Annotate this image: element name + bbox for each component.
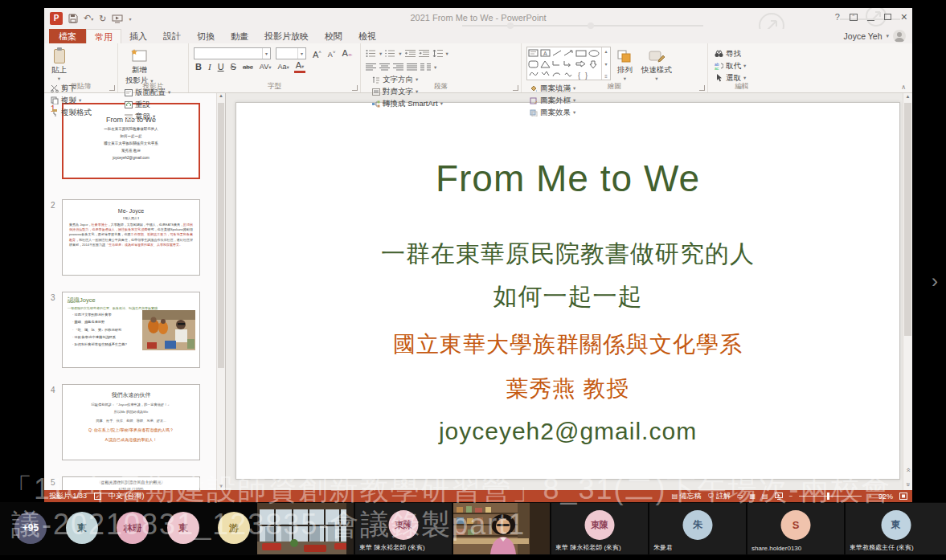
zoom-out-button[interactable]: − bbox=[789, 493, 793, 500]
slide-thumbnail-5[interactable]: 〈從觀光原住民到原住民自主的觀光〉 紀駿傑 (1998) bbox=[62, 476, 200, 490]
align-left-icon[interactable] bbox=[366, 63, 376, 72]
collapse-ribbon-icon[interactable]: ∧ bbox=[901, 84, 906, 91]
columns-icon[interactable] bbox=[420, 63, 431, 72]
fit-to-window-icon[interactable] bbox=[899, 493, 907, 500]
tab-view[interactable]: 檢視 bbox=[350, 29, 384, 43]
save-icon[interactable] bbox=[68, 14, 78, 23]
tab-animations[interactable]: 動畫 bbox=[223, 29, 256, 43]
customize-qat-icon[interactable]: ▾ bbox=[129, 16, 131, 22]
notes-button[interactable]: ▤ 備忘稿 bbox=[672, 491, 702, 501]
replace-button[interactable]: abac 取代▾ bbox=[715, 60, 746, 72]
clipboard-dialog-launcher[interactable] bbox=[109, 85, 115, 91]
font-color-button[interactable]: A▾ bbox=[294, 61, 306, 73]
redo-icon[interactable]: ↻ bbox=[99, 12, 106, 25]
slide-editor[interactable]: From Me to We 一群在東華原民院教書做研究的人 如何一起一起 國立東… bbox=[235, 102, 900, 480]
scroll-up-icon[interactable]: ▲ bbox=[217, 93, 225, 98]
find-button[interactable]: 尋找 bbox=[715, 48, 746, 59]
reading-view-icon[interactable]: ▤ bbox=[762, 493, 768, 500]
drawing-dialog-launcher[interactable] bbox=[699, 85, 705, 91]
slide-thumbnail-2[interactable]: Me- Joyce 【個人簡介】 葉秀燕 Joyce，社會學博士，大學教師，太魯… bbox=[62, 199, 200, 276]
change-case-button[interactable]: Aa▾ bbox=[276, 61, 290, 73]
undo-icon[interactable]: ↶▾ bbox=[84, 11, 93, 26]
zoom-level[interactable]: 92% bbox=[878, 493, 893, 501]
grow-font-button[interactable]: A˄ bbox=[311, 47, 323, 61]
strikethrough-button[interactable]: S bbox=[229, 61, 238, 73]
powerpoint-logo-icon[interactable]: P bbox=[50, 12, 63, 25]
paragraph-dialog-launcher[interactable] bbox=[513, 85, 518, 91]
participant-avatar[interactable]: 東 bbox=[66, 512, 98, 544]
slide-sorter-view-icon[interactable]: ▦ bbox=[750, 493, 756, 500]
section-button[interactable]: 章節▾ bbox=[125, 111, 170, 122]
main-scrollbar-thumb[interactable] bbox=[904, 103, 911, 336]
underline-button[interactable]: U bbox=[216, 61, 226, 73]
numbering-icon[interactable] bbox=[385, 49, 395, 58]
tab-insert[interactable]: 插入 bbox=[121, 29, 155, 43]
tab-transitions[interactable]: 切換 bbox=[189, 29, 223, 43]
shrink-font-button[interactable]: A˅ bbox=[326, 47, 338, 61]
font-size-combo[interactable]: ▾ bbox=[276, 47, 306, 59]
zoom-slider[interactable] bbox=[799, 496, 862, 497]
arrange-button[interactable]: 排列 ▾ bbox=[614, 47, 635, 83]
justify-icon[interactable] bbox=[407, 63, 417, 72]
reset-button[interactable]: 重設 bbox=[125, 99, 170, 110]
align-center-icon[interactable] bbox=[379, 63, 390, 72]
close-button[interactable]: × bbox=[901, 11, 907, 22]
panel-expand-chevron-icon[interactable]: › bbox=[932, 270, 938, 292]
slide-thumbnail-4[interactable]: 我們永遠的伙伴 紀駿傑老師說：「Joyce你來申請，就一定會做好！」 所以Me … bbox=[62, 384, 200, 460]
thumbnail-scrollbar[interactable]: ▲ ▼ bbox=[216, 93, 225, 490]
zoom-slider-knob[interactable] bbox=[827, 493, 829, 500]
language-status[interactable]: 中文 (台灣) bbox=[109, 491, 145, 501]
align-right-icon[interactable] bbox=[393, 63, 403, 72]
participant-tile[interactable]: 東陳 東華 陳永裕老師 (來賓) bbox=[355, 503, 452, 554]
participant-avatar[interactable]: 游 bbox=[218, 512, 250, 544]
scroll-down-icon[interactable]: ▼ bbox=[217, 484, 225, 488]
shapes-gallery-scrollbar[interactable]: ▴▾≡ bbox=[601, 47, 610, 80]
slideshow-view-icon[interactable] bbox=[775, 493, 783, 500]
shapes-gallery[interactable]: A bbox=[526, 47, 611, 80]
bold-button[interactable]: B bbox=[194, 61, 203, 73]
scroll-up-icon[interactable]: ▲ bbox=[903, 94, 912, 99]
participant-tile[interactable]: 東 東華教務處主任 (來賓) bbox=[846, 503, 946, 554]
restore-button[interactable] bbox=[884, 14, 891, 20]
format-painter-button[interactable]: 複製格式 bbox=[51, 107, 92, 118]
line-spacing-icon[interactable] bbox=[432, 49, 443, 58]
paste-button[interactable]: 貼上▾ bbox=[49, 47, 69, 83]
video-tile-speaker[interactable] bbox=[453, 503, 550, 554]
copy-button[interactable]: 複製▾ bbox=[51, 95, 92, 106]
account-area[interactable]: Joyce Yeh ▾ bbox=[844, 30, 906, 43]
bullets-icon[interactable] bbox=[366, 49, 376, 58]
help-button[interactable]: ? bbox=[835, 12, 840, 22]
minimize-button[interactable] bbox=[867, 20, 874, 21]
slide-thumbnail-3[interactable]: 認識Joyce 一個邊陲的女性研究者的位置、飲食政治、知識生產與學術實踐 · 從… bbox=[62, 292, 200, 368]
comments-button[interactable]: 🗩 註解 bbox=[707, 491, 731, 501]
thumbnail-scrollbar-thumb[interactable] bbox=[218, 103, 224, 368]
proofing-icon[interactable]: ✓ bbox=[94, 493, 101, 500]
tab-home[interactable]: 常用 bbox=[86, 29, 121, 43]
previous-slide-button[interactable]: » bbox=[906, 466, 910, 474]
ribbon-display-options-button[interactable]: ⌃ bbox=[850, 14, 858, 21]
tab-file[interactable]: 檔案 bbox=[49, 29, 86, 43]
slide-subtitle-line1[interactable]: 一群在東華原民院教書做研究的人 bbox=[236, 238, 899, 271]
font-name-combo[interactable]: ▾ bbox=[194, 47, 271, 59]
slide-subtitle-line2[interactable]: 如何一起一起 bbox=[236, 280, 899, 313]
participant-tile[interactable]: 朱 朱曼君 bbox=[649, 503, 746, 554]
convert-smartart-button[interactable]: 轉換成 SmartArt▾ bbox=[372, 98, 443, 109]
font-dialog-launcher[interactable] bbox=[352, 85, 358, 91]
decrease-indent-icon[interactable] bbox=[405, 49, 416, 58]
shape-effects-button[interactable]: 圖案效果▾ bbox=[530, 107, 575, 118]
slide-title-text[interactable]: From Me to We bbox=[236, 157, 899, 200]
tab-review[interactable]: 校閱 bbox=[317, 29, 350, 43]
zoom-in-button[interactable]: + bbox=[868, 493, 872, 500]
new-slide-button[interactable]: 新增 投影片 ▾ bbox=[123, 47, 155, 87]
participant-tile[interactable]: 東陳 東華 陳永裕老師 (來賓) bbox=[551, 503, 648, 554]
normal-view-icon[interactable]: ▭ bbox=[737, 493, 743, 500]
start-slideshow-icon[interactable] bbox=[112, 14, 123, 23]
italic-button[interactable]: I bbox=[207, 61, 213, 73]
clear-formatting-button[interactable]: A⌯ bbox=[340, 47, 354, 60]
shape-outline-button[interactable]: 圖案外框▾ bbox=[530, 95, 575, 106]
participant-avatar[interactable]: 林珊 bbox=[117, 512, 149, 544]
subscript-abc-icon[interactable]: abc bbox=[241, 61, 255, 73]
quick-styles-button[interactable]: 快速樣式 ▾ bbox=[639, 47, 674, 83]
next-slide-button[interactable]: » bbox=[906, 480, 910, 488]
participant-avatar[interactable]: 東 bbox=[167, 512, 199, 544]
